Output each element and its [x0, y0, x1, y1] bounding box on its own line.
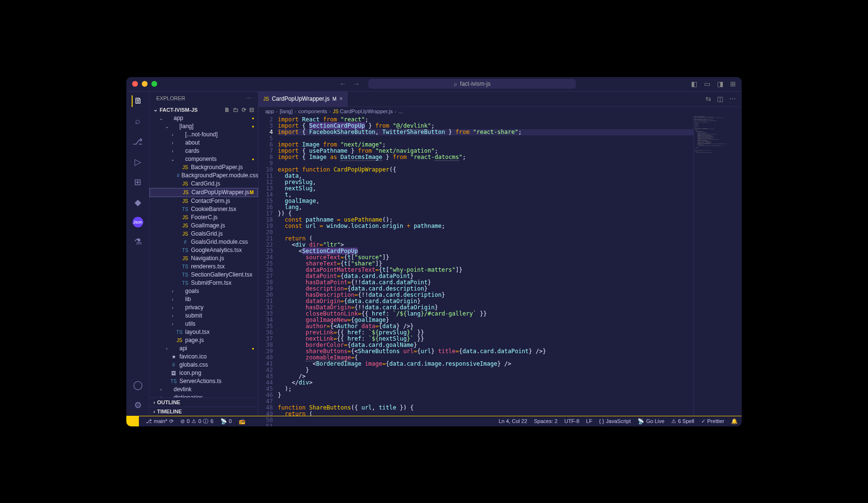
cursor-position[interactable]: Ln 4, Col 22	[499, 418, 527, 424]
explorer-icon[interactable]: 🗎	[132, 95, 143, 107]
breadcrumbs[interactable]: app›[lang]›components›JS CardPopUpWrappe…	[258, 107, 742, 116]
code-line[interactable]: function ShareButtons({ url, title }) {	[278, 405, 693, 411]
explorer-more-icon[interactable]: ⋯	[246, 95, 251, 102]
refresh-icon[interactable]: ⟳	[242, 106, 246, 113]
file-item[interactable]: TSCookieBanner.tsx	[149, 205, 258, 213]
code-line[interactable]: nextSlug,	[278, 185, 693, 192]
file-item[interactable]: JSGoalImage.js	[149, 222, 258, 230]
radio-tower-icon[interactable]: 📻	[239, 418, 245, 424]
code-line[interactable]: goalImage,	[278, 198, 693, 204]
folder-item[interactable]: ›dictionaries	[149, 394, 258, 397]
file-item[interactable]: JSpage.js	[149, 336, 258, 344]
outline-section[interactable]: › OUTLINE	[149, 397, 258, 407]
breadcrumb-segment[interactable]: components	[298, 108, 327, 114]
docker-icon[interactable]: ◆	[132, 197, 144, 208]
eol[interactable]: LF	[586, 418, 592, 424]
close-window-button[interactable]	[132, 81, 138, 87]
encoding[interactable]: UTF-8	[564, 418, 579, 424]
minimap[interactable]: import React from "react"; import { Sect…	[693, 116, 736, 416]
breadcrumb-segment[interactable]: app	[265, 108, 274, 114]
folder-item[interactable]: ›cards	[149, 147, 258, 155]
scrollbar[interactable]	[736, 116, 742, 416]
json-extension-icon[interactable]: Json	[133, 217, 143, 227]
file-item[interactable]: JSContactForm.js	[149, 197, 258, 205]
folder-item[interactable]: ⌄[lang]●	[149, 122, 258, 131]
folder-item[interactable]: ›devlink	[149, 385, 258, 394]
code-line[interactable]: );	[278, 386, 693, 392]
toggle-primary-sidebar-icon[interactable]: ◧	[691, 80, 697, 88]
settings-gear-icon[interactable]: ⚙	[132, 399, 144, 411]
folder-item[interactable]: ›api●	[149, 344, 258, 353]
toggle-secondary-sidebar-icon[interactable]: ◨	[717, 80, 723, 88]
more-actions-icon[interactable]: ⋯	[729, 95, 736, 103]
folder-item[interactable]: ›utils	[149, 320, 258, 328]
code-line[interactable]: }	[278, 367, 693, 373]
minimize-window-button[interactable]	[142, 81, 148, 87]
code-line[interactable]: t,	[278, 192, 693, 198]
code-line[interactable]: shareButtons={<ShareButtons url={url} ti…	[278, 348, 693, 355]
file-item[interactable]: TSServerActions.ts	[149, 377, 258, 385]
code-line[interactable]: data,	[278, 173, 693, 179]
accounts-icon[interactable]: ◯	[132, 379, 144, 391]
go-live[interactable]: 📡 Go Live	[637, 418, 665, 424]
code-editor[interactable]: 2345678910111213141516171819202122232425…	[258, 116, 742, 416]
file-item[interactable]: JSBackgroundPaper.js	[149, 163, 258, 172]
new-folder-icon[interactable]: 🗀	[233, 106, 239, 113]
file-item[interactable]: #BackgroundPaper.module.css	[149, 172, 258, 180]
code-line[interactable]: <div dir="ltr">	[278, 242, 693, 248]
file-item[interactable]: TSSectionGalleryClient.tsx	[149, 271, 258, 279]
code-content[interactable]: import React from "react";import { Secti…	[278, 116, 693, 416]
file-item[interactable]: ★favicon.ico	[149, 353, 258, 361]
customize-layout-icon[interactable]: ⊞	[730, 80, 736, 88]
file-item[interactable]: JSNavigation.js	[149, 254, 258, 263]
split-editor-icon[interactable]: ◫	[717, 95, 723, 103]
file-item[interactable]: 🖼icon.png	[149, 369, 258, 377]
code-line[interactable]: import { FacebookShareButton, TwitterSha…	[278, 129, 693, 135]
file-item[interactable]: JSGoalsGrid.js	[149, 230, 258, 238]
indentation[interactable]: Spaces: 2	[534, 418, 557, 424]
code-line[interactable]: <BorderedImage image={data.card.image.re…	[278, 361, 693, 367]
breadcrumb-segment[interactable]: JS CardPopUpWrapper.js	[333, 108, 393, 114]
language-mode[interactable]: { } JavaScript	[599, 418, 631, 424]
breadcrumb-segment[interactable]: ...	[398, 108, 403, 114]
file-item[interactable]: JSCardPopUpWrapper.jsM	[149, 188, 258, 197]
code-line[interactable]: />	[278, 373, 693, 380]
code-line[interactable]: const url = window.location.origin + pat…	[278, 223, 693, 229]
file-item[interactable]: TSSubmitForm.tsx	[149, 279, 258, 287]
toggle-panel-icon[interactable]: ▭	[704, 80, 710, 88]
new-file-icon[interactable]: 🗎	[224, 106, 230, 113]
code-line[interactable]: lang,	[278, 204, 693, 211]
folder-item[interactable]: ›lib	[149, 295, 258, 304]
file-item[interactable]: #GoalsGrid.module.css	[149, 238, 258, 246]
tab-cardpopupwrapper[interactable]: JS CardPopUpWrapper.js M ×	[258, 92, 348, 106]
file-item[interactable]: JSCardGrid.js	[149, 180, 258, 188]
code-line[interactable]	[278, 229, 693, 236]
code-line[interactable]: }	[278, 392, 693, 398]
compare-changes-icon[interactable]: ⇆	[705, 95, 711, 103]
close-tab-icon[interactable]: ×	[339, 95, 343, 102]
file-item[interactable]: JSFooterC.js	[149, 213, 258, 222]
maximize-window-button[interactable]	[151, 81, 157, 87]
spell-check[interactable]: ⚠ 6 Spell	[671, 418, 694, 424]
code-line[interactable]: prevSlug,	[278, 179, 693, 185]
ports-indicator[interactable]: 📡 0	[220, 418, 232, 424]
command-center-search[interactable]: ⌕ fact-ivism-js	[368, 79, 576, 89]
file-item[interactable]: TSlayout.tsx	[149, 328, 258, 336]
folder-item[interactable]: ›submit	[149, 312, 258, 320]
remote-indicator[interactable]: ⚡	[126, 416, 139, 426]
collapse-icon[interactable]: ⊟	[249, 106, 254, 113]
notifications-icon[interactable]: 🔔	[731, 418, 738, 424]
nav-back-icon[interactable]: ←	[339, 80, 346, 88]
problems-indicator[interactable]: ⊘ 0 ⚠ 0 ⓘ 6	[180, 418, 213, 425]
folder-item[interactable]: ›about	[149, 139, 258, 147]
timeline-section[interactable]: › TIMELINE	[149, 407, 258, 416]
code-line[interactable]: import { usePathname } from "next/naviga…	[278, 148, 693, 154]
file-item[interactable]: TSrenderers.tsx	[149, 263, 258, 271]
code-line[interactable]: import React from "react";	[278, 117, 693, 123]
git-branch[interactable]: ⎇ main* ⟳	[146, 418, 174, 424]
prettier-status[interactable]: ✓ Prettier	[701, 418, 724, 424]
folder-item[interactable]: ⌄components●	[149, 155, 258, 163]
folder-item[interactable]: ›privacy	[149, 304, 258, 312]
source-control-icon[interactable]: ⎇	[132, 136, 144, 147]
folder-item[interactable]: ›goals	[149, 287, 258, 295]
